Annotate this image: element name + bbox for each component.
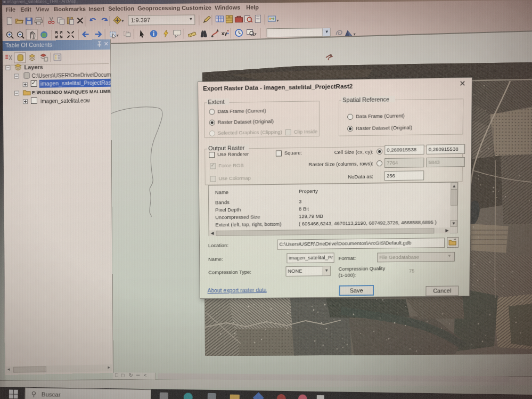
- svg-text:xy: xy: [222, 30, 228, 36]
